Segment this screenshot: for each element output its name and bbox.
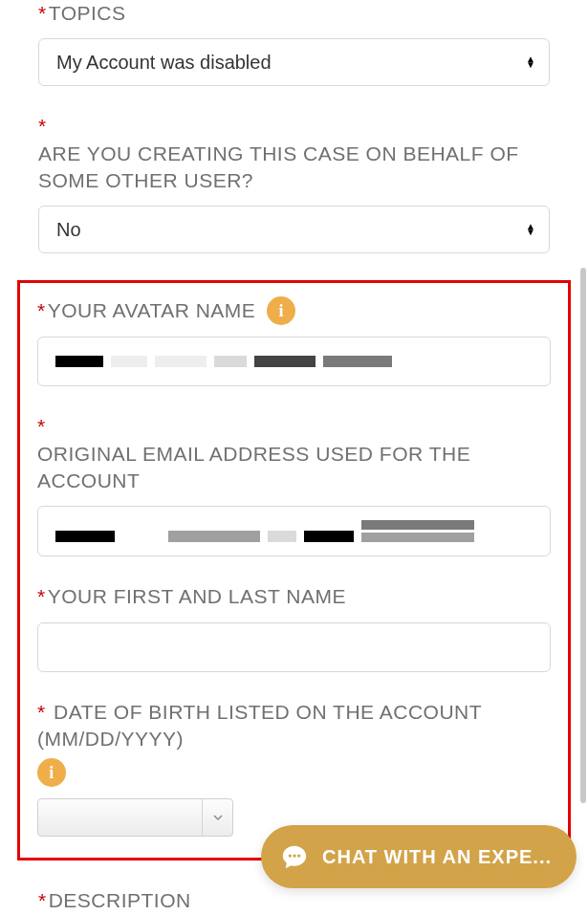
info-icon[interactable]: i (267, 296, 295, 325)
chevron-down-icon (202, 799, 232, 836)
onbehalf-value: No (56, 219, 81, 241)
dob-label: * DATE OF BIRTH LISTED ON THE ACCOUNT (M… (37, 699, 551, 788)
required-asterisk: * (38, 0, 47, 27)
email-field: * ORIGINAL EMAIL ADDRESS USED FOR THE AC… (37, 413, 551, 556)
svg-point-2 (297, 854, 300, 857)
required-asterisk: * (37, 701, 46, 723)
chat-button[interactable]: CHAT WITH AN EXPE... (261, 825, 577, 888)
redacted-stack (361, 520, 474, 542)
topics-select[interactable]: My Account was disabled ▲▼ (38, 38, 550, 86)
redacted-block (55, 356, 103, 367)
description-field: * DESCRIPTION (38, 887, 550, 915)
topics-value: My Account was disabled (56, 52, 272, 74)
redacted-block (254, 356, 316, 367)
highlighted-section: * YOUR AVATAR NAME i * ORIGINAL EMAIL AD… (17, 280, 571, 861)
dob-label-text: DATE OF BIRTH LISTED ON THE ACCOUNT (MM/… (37, 701, 482, 750)
chat-icon (280, 842, 309, 871)
select-arrows-icon: ▲▼ (526, 224, 535, 235)
redacted-block (55, 531, 115, 542)
redacted-block (155, 356, 207, 367)
redacted-block (268, 531, 296, 542)
redacted-block (304, 531, 354, 542)
required-asterisk: * (38, 113, 47, 140)
avatar-field: * YOUR AVATAR NAME i (37, 296, 551, 386)
name-label-text: YOUR FIRST AND LAST NAME (48, 583, 346, 610)
required-asterisk: * (38, 887, 47, 914)
onbehalf-field: * ARE YOU CREATING THIS CASE ON BEHALF O… (38, 113, 550, 253)
required-asterisk: * (37, 413, 46, 440)
email-label-text: ORIGINAL EMAIL ADDRESS USED FOR THE ACCO… (37, 441, 551, 495)
redacted-block (214, 356, 247, 367)
scrollbar[interactable] (580, 268, 586, 803)
onbehalf-select[interactable]: No ▲▼ (38, 206, 550, 253)
description-label: * DESCRIPTION (38, 887, 550, 914)
avatar-label: * YOUR AVATAR NAME i (37, 296, 551, 325)
name-input[interactable] (37, 622, 551, 672)
avatar-input[interactable] (37, 337, 551, 386)
topics-label: * TOPICS (38, 0, 550, 27)
required-asterisk: * (37, 583, 46, 610)
dob-select[interactable] (37, 798, 233, 837)
svg-point-0 (289, 854, 292, 857)
redacted-block (323, 356, 392, 367)
svg-point-1 (293, 854, 295, 857)
name-field: * YOUR FIRST AND LAST NAME (37, 583, 551, 671)
required-asterisk: * (37, 297, 46, 324)
email-input[interactable] (37, 506, 551, 556)
onbehalf-label-text: ARE YOU CREATING THIS CASE ON BEHALF OF … (38, 141, 550, 195)
select-arrows-icon: ▲▼ (526, 56, 535, 68)
email-label: * ORIGINAL EMAIL ADDRESS USED FOR THE AC… (37, 413, 551, 494)
description-label-text: DESCRIPTION (49, 887, 191, 914)
onbehalf-label: * ARE YOU CREATING THIS CASE ON BEHALF O… (38, 113, 550, 194)
topics-label-text: TOPICS (49, 0, 126, 27)
topics-field: * TOPICS My Account was disabled ▲▼ (38, 0, 550, 86)
redacted-block (111, 356, 147, 367)
name-label: * YOUR FIRST AND LAST NAME (37, 583, 551, 610)
avatar-label-text: YOUR AVATAR NAME (48, 297, 256, 324)
chat-label: CHAT WITH AN EXPE... (322, 846, 552, 868)
dob-field: * DATE OF BIRTH LISTED ON THE ACCOUNT (M… (37, 699, 551, 838)
info-icon[interactable]: i (37, 758, 66, 787)
redacted-block (168, 531, 260, 542)
